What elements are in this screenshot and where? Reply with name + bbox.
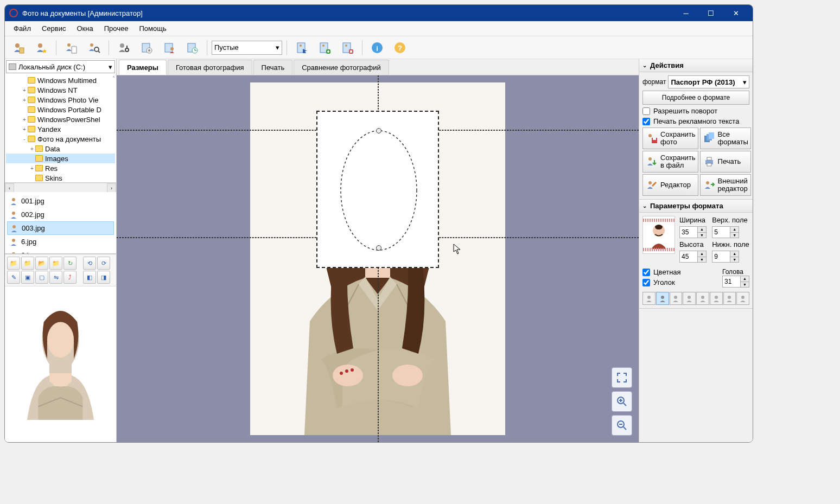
crop-handle-bottom[interactable] <box>376 245 381 251</box>
expander-icon[interactable]: + <box>21 117 28 123</box>
tool-undo-icon[interactable]: ◧ <box>83 271 96 284</box>
toolbar-search-icon[interactable] <box>84 38 104 58</box>
toolbar-info-icon[interactable]: i <box>367 38 387 58</box>
ext-editor-button[interactable]: Внешний редактор <box>700 174 751 196</box>
minimize-button[interactable]: ─ <box>673 5 698 21</box>
crop-frame[interactable] <box>316 111 439 268</box>
save-photo-button[interactable]: Сохранить фото <box>642 127 698 149</box>
style-4-button[interactable] <box>683 292 696 305</box>
zoom-in-button[interactable] <box>612 391 632 412</box>
tree-node[interactable]: Images <box>6 154 115 163</box>
tab-print[interactable]: Печать <box>253 60 293 75</box>
close-button[interactable]: ✕ <box>723 5 748 21</box>
scroll-left-icon[interactable]: ‹ <box>5 183 14 193</box>
width-input[interactable] <box>680 227 697 238</box>
corner-checkbox[interactable]: Уголок <box>642 278 717 286</box>
tool-add-folder-icon[interactable]: 📁 <box>7 257 20 270</box>
tree-node[interactable]: +Windows Photo Vie <box>6 95 115 105</box>
height-input[interactable] <box>680 251 697 262</box>
file-item[interactable]: 003.jpg <box>7 221 114 235</box>
toolbar-clipboard-icon[interactable] <box>61 38 81 58</box>
tool-crop-icon[interactable]: ▣ <box>21 271 34 284</box>
tree-node[interactable]: +Data <box>6 144 115 154</box>
tool-folder-icon[interactable]: 📂 <box>35 257 48 270</box>
top-spinner[interactable]: ▲▼ <box>712 226 739 238</box>
tree-node[interactable]: -Фото на документы <box>6 134 115 144</box>
tab-finished[interactable]: Готовая фотография <box>168 60 252 75</box>
allow-rotate-checkbox[interactable]: Разрешить поворот <box>642 107 749 115</box>
tool-flip-icon[interactable]: ⇋ <box>49 271 62 284</box>
head-spinner[interactable]: ▲▼ <box>722 276 749 288</box>
tab-compare[interactable]: Сравнение фотографий <box>294 60 389 75</box>
toolbar-settings-icon[interactable] <box>136 38 157 58</box>
expander-icon[interactable]: - <box>21 136 28 142</box>
menu-other[interactable]: Прочее <box>99 22 134 35</box>
menu-file[interactable]: Файл <box>8 22 36 35</box>
folder-tree[interactable]: Windows Multimed+Windows NT+Windows Phot… <box>5 74 116 183</box>
width-spinner[interactable]: ▲▼ <box>679 226 707 238</box>
expander-icon[interactable]: + <box>21 87 28 93</box>
spin-up-icon[interactable]: ▲ <box>697 227 706 233</box>
spin-down-icon[interactable]: ▼ <box>730 257 739 263</box>
scroll-up-icon[interactable]: ˄ <box>112 75 115 81</box>
tree-node[interactable]: +Res <box>6 163 115 173</box>
spin-down-icon[interactable]: ▼ <box>740 282 749 288</box>
tree-node[interactable]: +WindowsPowerShel <box>6 114 115 124</box>
height-spinner[interactable]: ▲▼ <box>679 251 707 263</box>
expander-icon[interactable]: + <box>21 97 28 103</box>
tool-remove-folder-icon[interactable]: 📁 <box>21 257 34 270</box>
section-actions-header[interactable]: ⌄Действия <box>639 59 753 72</box>
allow-rotate-input[interactable] <box>642 107 650 115</box>
spin-down-icon[interactable]: ▼ <box>697 233 706 238</box>
spin-down-icon[interactable]: ▼ <box>730 233 739 238</box>
bottom-input[interactable] <box>712 251 730 262</box>
more-format-button[interactable]: Подробнее о формате <box>642 91 749 105</box>
tool-redo-icon[interactable]: ◨ <box>97 271 110 284</box>
spin-up-icon[interactable]: ▲ <box>697 251 706 257</box>
style-1-button[interactable] <box>642 292 656 305</box>
toolbar-user-icon[interactable] <box>159 38 180 58</box>
tab-sizes[interactable]: Размеры <box>119 60 167 75</box>
expander-icon[interactable]: + <box>21 126 28 132</box>
tool-refresh-icon[interactable]: ↻ <box>63 257 77 270</box>
file-item[interactable]: 001.jpg <box>7 194 114 208</box>
drive-combo[interactable]: Локальный диск (C:) ▾ <box>6 60 115 73</box>
expander-icon[interactable]: + <box>29 165 35 171</box>
crop-handle-top[interactable] <box>376 128 381 133</box>
toolbar-list-remove-icon[interactable] <box>337 38 358 58</box>
section-params-header[interactable]: ⌄Параметры формата <box>639 200 753 213</box>
toolbar-key-icon[interactable] <box>113 38 134 58</box>
menu-help[interactable]: Помощь <box>133 22 171 35</box>
editor-button[interactable]: Редактор <box>642 174 698 196</box>
style-5-button[interactable] <box>696 292 709 305</box>
tree-node[interactable]: +Windows NT <box>6 85 115 95</box>
file-list[interactable]: 001.jpg002.jpg003.jpg6.jpg9.jpg <box>5 192 116 254</box>
spin-up-icon[interactable]: ▲ <box>730 251 739 257</box>
tree-node[interactable]: Windows Portable D <box>6 105 115 114</box>
tool-rotate-left-icon[interactable]: ⟲ <box>83 257 96 270</box>
style-7-button[interactable] <box>723 292 736 305</box>
tool-export-icon[interactable]: ⤴ <box>63 271 77 284</box>
tree-node[interactable]: +Yandex <box>6 124 115 134</box>
print-ads-input[interactable] <box>642 118 650 125</box>
style-3-button[interactable] <box>670 292 683 305</box>
top-input[interactable] <box>712 227 730 238</box>
expander-icon[interactable]: + <box>29 146 35 152</box>
style-6-button[interactable] <box>710 292 723 305</box>
toolbar-help-icon[interactable]: ? <box>390 38 410 58</box>
toolbar-combo[interactable]: Пустые▾ <box>212 41 282 55</box>
file-item[interactable]: 002.jpg <box>7 208 114 221</box>
toolbar-time-icon[interactable] <box>182 38 202 58</box>
spin-up-icon[interactable]: ▲ <box>730 227 739 233</box>
menu-windows[interactable]: Окна <box>72 22 99 35</box>
tree-node[interactable]: Windows Multimed <box>6 75 115 85</box>
tool-edit-icon[interactable]: ✎ <box>7 271 20 284</box>
toolbar-open-icon[interactable] <box>8 38 29 58</box>
format-combo[interactable]: Паспорт РФ (2013)▾ <box>668 75 749 88</box>
scroll-track[interactable] <box>14 183 107 192</box>
bottom-spinner[interactable]: ▲▼ <box>712 251 739 263</box>
print-button[interactable]: Печать <box>700 151 751 173</box>
all-formats-button[interactable]: Все форматы <box>700 127 751 149</box>
spin-down-icon[interactable]: ▼ <box>697 257 706 263</box>
save-file-button[interactable]: Сохранить в файл <box>642 151 698 173</box>
